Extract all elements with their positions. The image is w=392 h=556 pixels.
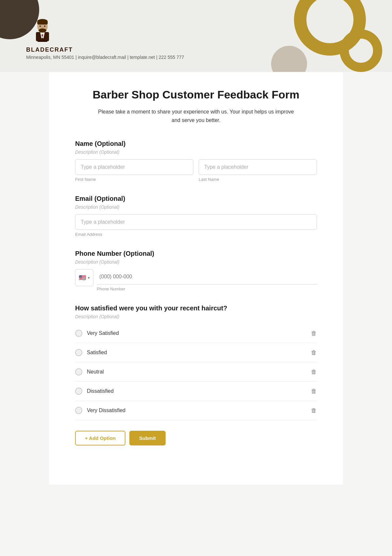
- section-name-label: Name (Optional): [75, 140, 317, 148]
- logo-icon: ✂: [26, 12, 59, 45]
- section-email: Email (Optional) Description (Optional) …: [75, 195, 317, 237]
- radio-left: Very Dissatisfied: [75, 407, 125, 414]
- section-phone: Phone Number (Optional) Description (Opt…: [75, 250, 317, 291]
- logo-area: ✂ BLADECRAFT Minneapolis, MN 55401 | inq…: [26, 12, 184, 60]
- svg-point-7: [39, 28, 46, 32]
- delete-icon[interactable]: 🗑: [311, 330, 317, 337]
- add-option-button[interactable]: + Add Option: [75, 431, 125, 445]
- last-name-input[interactable]: [199, 159, 317, 175]
- delete-icon[interactable]: 🗑: [311, 349, 317, 356]
- form-title: Barber Shop Customer Feedback Form: [75, 88, 317, 101]
- radio-left: Satisfied: [75, 349, 107, 356]
- first-name-group: First Name: [75, 159, 193, 182]
- svg-point-10: [42, 27, 43, 28]
- svg-rect-12: [38, 40, 47, 42]
- submit-button[interactable]: Submit: [129, 431, 166, 445]
- last-name-label: Last Name: [199, 177, 317, 182]
- section-name-desc: Description (Optional): [75, 149, 317, 155]
- svg-rect-6: [37, 21, 48, 25]
- radio-item[interactable]: Satisfied 🗑: [75, 343, 317, 362]
- section-satisfaction-label: How satisfied were you with your recent …: [75, 304, 317, 312]
- email-input[interactable]: [75, 214, 317, 230]
- header-contact: Minneapolis, MN 55401 | inquire@bladecra…: [26, 55, 184, 60]
- phone-row: 🇺🇸 ▾ Phone Number: [75, 269, 317, 291]
- radio-circle[interactable]: [75, 368, 82, 375]
- form-buttons: + Add Option Submit: [75, 431, 317, 445]
- radio-item[interactable]: Very Satisfied 🗑: [75, 324, 317, 343]
- radio-circle[interactable]: [75, 349, 82, 356]
- radio-item[interactable]: Neutral 🗑: [75, 362, 317, 382]
- section-email-desc: Description (Optional): [75, 204, 317, 210]
- radio-label: Very Dissatisfied: [87, 408, 125, 413]
- radio-circle[interactable]: [75, 388, 82, 395]
- radio-circle[interactable]: [75, 407, 82, 414]
- phone-number-label: Phone Number: [97, 287, 317, 291]
- first-name-label: First Name: [75, 177, 193, 182]
- country-selector[interactable]: 🇺🇸 ▾: [75, 269, 93, 286]
- main-content: Barber Shop Customer Feedback Form Pleas…: [49, 72, 343, 485]
- email-group: Email Address: [75, 214, 317, 237]
- svg-point-8: [40, 26, 41, 27]
- section-name: Name (Optional) Description (Optional) F…: [75, 140, 317, 182]
- logo-text: BLADECRAFT: [26, 46, 73, 53]
- first-name-input[interactable]: [75, 159, 193, 175]
- form-description: Please take a moment to share your exper…: [95, 108, 297, 124]
- section-satisfaction: How satisfied were you with your recent …: [75, 304, 317, 445]
- svg-text:✂: ✂: [41, 34, 43, 37]
- section-phone-label: Phone Number (Optional): [75, 250, 317, 257]
- decor-circle-topright-small: [340, 29, 382, 72]
- email-address-label: Email Address: [75, 232, 317, 237]
- delete-icon[interactable]: 🗑: [311, 369, 317, 375]
- radio-item[interactable]: Very Dissatisfied 🗑: [75, 401, 317, 420]
- delete-icon[interactable]: 🗑: [311, 407, 317, 414]
- radio-left: Very Satisfied: [75, 330, 119, 337]
- phone-input[interactable]: [97, 269, 317, 285]
- section-satisfaction-desc: Description (Optional): [75, 314, 317, 319]
- radio-circle[interactable]: [75, 330, 82, 337]
- page-header: ✂ BLADECRAFT Minneapolis, MN 55401 | inq…: [0, 0, 392, 72]
- delete-icon[interactable]: 🗑: [311, 388, 317, 395]
- flag-icon: 🇺🇸: [79, 274, 86, 281]
- radio-label: Satisfied: [87, 350, 107, 356]
- radio-label: Neutral: [87, 369, 104, 375]
- radio-left: Neutral: [75, 368, 104, 375]
- radio-label: Dissatisfied: [87, 388, 114, 394]
- svg-point-9: [44, 26, 45, 27]
- radio-list: Very Satisfied 🗑 Satisfied 🗑 Neutral 🗑 D…: [75, 324, 317, 420]
- section-email-label: Email (Optional): [75, 195, 317, 202]
- name-input-row: First Name Last Name: [75, 159, 317, 182]
- radio-left: Dissatisfied: [75, 388, 114, 395]
- last-name-group: Last Name: [199, 159, 317, 182]
- chevron-down-icon: ▾: [88, 276, 90, 280]
- radio-item[interactable]: Dissatisfied 🗑: [75, 382, 317, 401]
- decor-circle-bottomright: [271, 46, 307, 72]
- section-phone-desc: Description (Optional): [75, 259, 317, 265]
- radio-label: Very Satisfied: [87, 330, 119, 336]
